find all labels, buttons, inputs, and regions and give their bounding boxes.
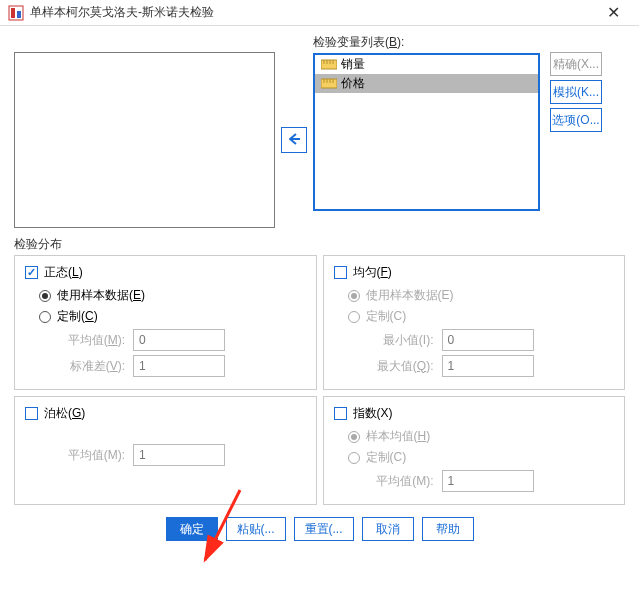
normal-checkbox[interactable] (25, 266, 38, 279)
titlebar: 单样本柯尔莫戈洛夫-斯米诺夫检验 ✕ (0, 0, 639, 26)
uniform-custom-radio (348, 311, 360, 323)
list-item[interactable]: 价格 (315, 74, 538, 93)
help-button[interactable]: 帮助 (422, 517, 474, 541)
paste-button[interactable]: 粘贴(... (226, 517, 286, 541)
normal-custom-radio[interactable] (39, 311, 51, 323)
ruler-icon (321, 58, 337, 71)
poisson-mean-input (133, 444, 225, 466)
source-variable-list[interactable] (14, 52, 275, 228)
svg-rect-1 (11, 8, 15, 18)
normal-custom-label: 定制(C) (57, 308, 98, 325)
options-button[interactable]: 选项(O... (550, 108, 602, 132)
list-item-label: 销量 (341, 56, 365, 73)
close-button[interactable]: ✕ (595, 3, 631, 22)
app-icon (8, 5, 24, 21)
svg-rect-3 (321, 60, 337, 69)
uniform-custom-label: 定制(C) (366, 308, 407, 325)
exp-mean-label: 平均值(M): (348, 473, 442, 490)
ok-button[interactable]: 确定 (166, 517, 218, 541)
normal-use-sample-radio[interactable] (39, 290, 51, 302)
normal-label: 正态(L) (44, 264, 83, 281)
ruler-icon (321, 77, 337, 90)
poisson-mean-label: 平均值(M): (39, 447, 133, 464)
exp-custom-label: 定制(C) (366, 449, 407, 466)
cancel-button[interactable]: 取消 (362, 517, 414, 541)
exponential-group: 指数(X) 样本均值(H) 定制(C) 平均值(M): (323, 396, 626, 505)
poisson-label: 泊松(G) (44, 405, 85, 422)
normal-sd-label: 标准差(V): (39, 358, 133, 375)
poisson-checkbox[interactable] (25, 407, 38, 420)
exact-button: 精确(X... (550, 52, 602, 76)
uniform-max-input (442, 355, 534, 377)
target-list-label: 检验变量列表(B): (313, 34, 540, 51)
target-variable-list[interactable]: 销量 价格 (313, 53, 540, 211)
reset-button[interactable]: 重置(... (294, 517, 354, 541)
exp-mean-input (442, 470, 534, 492)
svg-rect-2 (17, 11, 21, 18)
exp-sample-mean-label: 样本均值(H) (366, 428, 431, 445)
normal-mean-label: 平均值(M): (39, 332, 133, 349)
uniform-min-label: 最小值(I): (348, 332, 442, 349)
uniform-min-input (442, 329, 534, 351)
simulate-button[interactable]: 模拟(K... (550, 80, 602, 104)
normal-group: 正态(L) 使用样本数据(E) 定制(C) 平均值(M): 标准差(V): (14, 255, 317, 390)
list-item-label: 价格 (341, 75, 365, 92)
window-title: 单样本柯尔莫戈洛夫-斯米诺夫检验 (30, 4, 595, 21)
uniform-group: 均匀(F) 使用样本数据(E) 定制(C) 最小值(I): 最大值(Q): (323, 255, 626, 390)
exp-custom-radio (348, 452, 360, 464)
arrow-left-icon (287, 132, 301, 148)
uniform-label: 均匀(F) (353, 264, 392, 281)
uniform-use-sample-radio (348, 290, 360, 302)
exp-sample-mean-radio (348, 431, 360, 443)
uniform-max-label: 最大值(Q): (348, 358, 442, 375)
svg-rect-8 (321, 79, 337, 88)
transfer-button[interactable] (281, 127, 307, 153)
normal-mean-input (133, 329, 225, 351)
normal-use-sample-label: 使用样本数据(E) (57, 287, 145, 304)
exponential-label: 指数(X) (353, 405, 393, 422)
uniform-use-sample-label: 使用样本数据(E) (366, 287, 454, 304)
distribution-heading: 检验分布 (14, 236, 625, 253)
list-item[interactable]: 销量 (315, 55, 538, 74)
exponential-checkbox[interactable] (334, 407, 347, 420)
uniform-checkbox[interactable] (334, 266, 347, 279)
poisson-group: 泊松(G) 平均值(M): (14, 396, 317, 505)
normal-sd-input (133, 355, 225, 377)
